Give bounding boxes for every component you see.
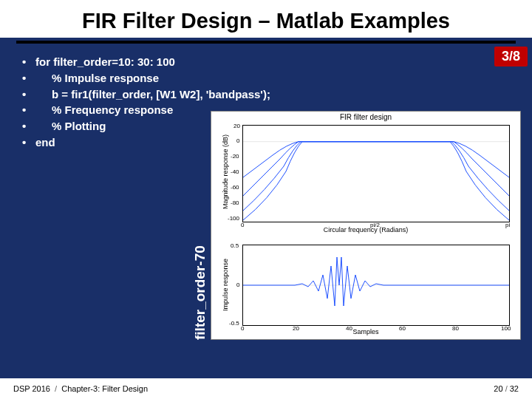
page-total: 32 bbox=[510, 384, 519, 393]
ytick: -60 bbox=[231, 184, 239, 191]
ytick: 20 bbox=[233, 123, 240, 129]
slide-badge: 3/8 bbox=[494, 47, 528, 66]
footer: DSP 2016 / Chapter-3: Filter Design 20 /… bbox=[0, 378, 532, 399]
xtick: 60 bbox=[399, 325, 406, 332]
page-current: 20 bbox=[494, 384, 502, 393]
ytick: -20 bbox=[231, 153, 239, 160]
footer-course: DSP 2016 bbox=[13, 384, 50, 393]
magnitude-xlabel: Circular frequency (Radians) bbox=[211, 226, 520, 233]
side-label: filter_order-70 bbox=[192, 245, 208, 340]
ytick: -40 bbox=[231, 168, 239, 175]
impulse-ylabel: Impulse response bbox=[222, 259, 229, 311]
impulse-xlabel: Samples bbox=[211, 328, 520, 335]
slide: FIR Filter Design – Matlab Examples for … bbox=[0, 0, 532, 399]
page-sep: / bbox=[503, 384, 510, 393]
xtick: 100 bbox=[501, 325, 511, 332]
figure-title: FIR filter design bbox=[211, 113, 520, 121]
slide-title: FIR Filter Design – Matlab Examples bbox=[0, 0, 532, 38]
magnitude-plot bbox=[242, 125, 510, 222]
code-line: % Impulse response bbox=[18, 70, 514, 86]
xtick: pi bbox=[505, 222, 510, 228]
ytick: 0 bbox=[236, 282, 239, 288]
xtick: pi/2 bbox=[370, 222, 380, 228]
xtick: 40 bbox=[346, 325, 352, 332]
magnitude-ylabel: Magnitude response (dB) bbox=[222, 134, 229, 209]
xtick: 80 bbox=[452, 325, 459, 332]
ytick: 0 bbox=[236, 137, 239, 144]
xtick: 0 bbox=[241, 222, 244, 228]
xtick: 0 bbox=[241, 325, 244, 332]
ytick: -100 bbox=[228, 215, 239, 222]
magnitude-svg bbox=[243, 126, 509, 222]
code-line: b = fir1(filter_order, [W1 W2], 'bandpas… bbox=[18, 86, 514, 103]
ytick: -80 bbox=[231, 200, 239, 206]
figure-panel: FIR filter design Magnitude response (dB… bbox=[211, 111, 521, 340]
xtick: 20 bbox=[293, 325, 299, 332]
impulse-svg bbox=[243, 245, 509, 325]
footer-chapter: Chapter-3: Filter Design bbox=[61, 384, 148, 393]
ytick: 0.5 bbox=[231, 242, 239, 249]
impulse-plot bbox=[242, 245, 510, 326]
ytick: -0.5 bbox=[229, 320, 239, 327]
footer-sep: / bbox=[50, 384, 61, 393]
code-line: for filter_order=10: 30: 100 bbox=[18, 54, 514, 70]
